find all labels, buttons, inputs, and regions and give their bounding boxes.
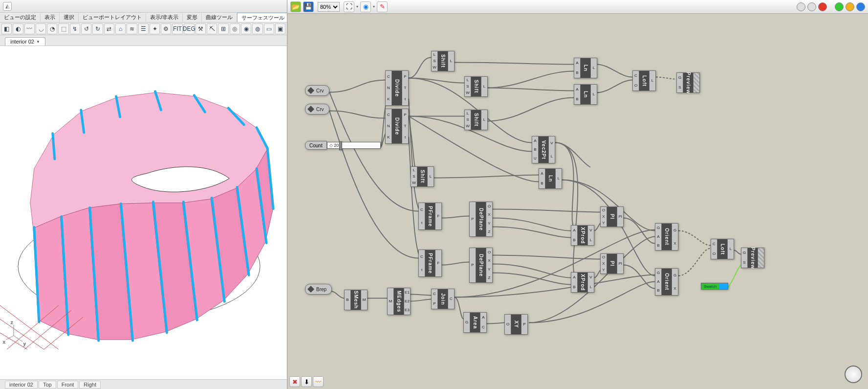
display-mode-button[interactable] bbox=[818, 2, 827, 11]
count-slider[interactable]: Count ◇ 20 bbox=[305, 141, 381, 150]
input-ports[interactable]: AB bbox=[539, 168, 545, 189]
input-ports[interactable]: Ct bbox=[418, 203, 425, 230]
toolbar-button[interactable]: ◉ bbox=[241, 23, 251, 34]
output-ports[interactable]: VL bbox=[587, 272, 594, 293]
menu-item[interactable]: 表示/非表示 bbox=[146, 13, 183, 22]
gh-component-smesh[interactable]: BSMeshM bbox=[344, 290, 368, 310]
output-ports[interactable]: F bbox=[435, 250, 442, 277]
toolbar-button[interactable]: ⚒ bbox=[195, 23, 206, 34]
rhino-viewport[interactable]: z x y bbox=[0, 46, 287, 379]
toolbar-button[interactable]: 〰 bbox=[24, 23, 35, 34]
toolbar-button[interactable]: DEG bbox=[184, 23, 195, 34]
save-file-button[interactable]: 💾 bbox=[303, 1, 314, 12]
input-ports[interactable]: CO bbox=[632, 70, 639, 91]
output-ports[interactable]: M bbox=[361, 290, 368, 310]
input-ports[interactable]: GAB bbox=[655, 223, 662, 251]
output-ports[interactable]: L bbox=[448, 51, 455, 71]
gh-component-shift3[interactable]: LSWShiftL bbox=[464, 110, 488, 130]
gh-component-div2[interactable]: CNKDividePTt bbox=[385, 109, 409, 144]
zoom-select[interactable]: 80% bbox=[318, 2, 340, 12]
gh-component-deplane1[interactable]: PDePlaneOXYZ bbox=[469, 202, 493, 237]
input-ports[interactable]: CNK bbox=[385, 70, 392, 106]
menu-item[interactable]: サーフェスツール bbox=[237, 13, 287, 22]
gh-component-xprod2[interactable]: ABXProdVL bbox=[571, 272, 594, 293]
toolbar-button[interactable]: FIT bbox=[172, 23, 182, 34]
toolbar-button[interactable]: ↯ bbox=[70, 23, 80, 34]
menu-item[interactable]: ビューの設定 bbox=[0, 13, 41, 22]
gh-component-medges[interactable]: MMEdgesE1E2E3 bbox=[387, 288, 411, 315]
gh-component-orient2[interactable]: GABOrientGX bbox=[655, 268, 678, 296]
gh-component-loft2[interactable]: COLoftL bbox=[711, 239, 734, 259]
output-ports[interactable]: L bbox=[481, 110, 488, 130]
gh-component-ln2[interactable]: ABLnL bbox=[574, 84, 597, 105]
gh-component-ln1[interactable]: ABLnL bbox=[574, 58, 597, 78]
scribble-widget-button[interactable]: 〰 bbox=[313, 376, 324, 387]
output-ports[interactable]: L bbox=[555, 168, 562, 189]
toolbar-button[interactable]: ▭ bbox=[264, 23, 274, 34]
input-ports[interactable]: LSW bbox=[431, 51, 438, 71]
input-ports[interactable]: P bbox=[469, 202, 476, 237]
canvas-compass-icon[interactable] bbox=[845, 366, 862, 383]
colour-swatch[interactable]: Swatch bbox=[701, 283, 728, 290]
output-ports[interactable]: VL bbox=[548, 136, 555, 163]
toolbar-button[interactable]: ◐ bbox=[13, 23, 23, 34]
output-ports[interactable]: PTt bbox=[402, 70, 409, 106]
slider-track[interactable]: ◇ 20 bbox=[327, 142, 381, 149]
input-ports[interactable]: OXY bbox=[600, 253, 607, 274]
output-ports[interactable]: L bbox=[649, 70, 656, 91]
input-ports[interactable]: AB bbox=[574, 84, 581, 105]
output-ports[interactable]: GX bbox=[672, 223, 678, 251]
toolbar-button[interactable]: ☰ bbox=[138, 23, 149, 34]
viewport-bottom-tab[interactable]: Top bbox=[39, 381, 56, 389]
display-mode-button[interactable] bbox=[846, 2, 854, 11]
toolbar-button[interactable]: ◔ bbox=[47, 23, 57, 34]
toolbar-button[interactable]: ⚙ bbox=[161, 23, 171, 34]
gh-component-area[interactable]: GAreaAC bbox=[463, 312, 487, 333]
toolbar-button[interactable]: ⊞ bbox=[218, 23, 228, 34]
input-ports[interactable]: Ct bbox=[418, 250, 425, 277]
gh-component-shift2[interactable]: LSWShiftL bbox=[464, 76, 488, 97]
gh-component-ln3[interactable]: ABLnL bbox=[539, 168, 562, 189]
gh-component-div1[interactable]: CNKDividePTt bbox=[385, 70, 409, 106]
gh-param-brep[interactable]: Brep bbox=[305, 284, 332, 295]
toolbar-button[interactable]: ≋ bbox=[127, 23, 137, 34]
gh-component-vec2pt[interactable]: ABUVec2PtVL bbox=[532, 136, 555, 163]
download-widget-button[interactable]: ⬇ bbox=[301, 376, 312, 387]
viewport-bottom-tab[interactable]: interior 02 bbox=[5, 381, 38, 389]
menu-item[interactable]: 表示 bbox=[41, 13, 60, 22]
output-ports[interactable]: Pl bbox=[617, 253, 624, 274]
gh-component-pframe2[interactable]: CtPFrameF bbox=[418, 250, 442, 277]
zoom-extents-button[interactable]: ⛶ bbox=[344, 1, 354, 12]
menu-item[interactable]: 選択 bbox=[60, 13, 79, 22]
toolbar-button[interactable]: ◎ bbox=[230, 23, 240, 34]
output-ports[interactable]: AC bbox=[480, 312, 487, 333]
input-ports[interactable]: G bbox=[463, 312, 470, 333]
gh-param-crv1[interactable]: Crv bbox=[305, 85, 329, 96]
output-ports[interactable]: PTt bbox=[402, 109, 409, 144]
gh-component-shift4[interactable]: LSWShiftL bbox=[411, 166, 434, 187]
toolbar-button[interactable]: ⛏ bbox=[207, 23, 217, 34]
input-ports[interactable]: CP bbox=[431, 289, 438, 309]
gh-canvas[interactable]: CrvCrvBrep Count ◇ 20 CNKDividePTtCNKDiv… bbox=[287, 14, 868, 389]
display-mode-button[interactable] bbox=[807, 2, 816, 11]
input-ports[interactable]: GAB bbox=[655, 268, 662, 296]
input-ports[interactable]: AB bbox=[571, 225, 578, 246]
toolbar-button[interactable]: ⌂ bbox=[115, 23, 126, 34]
output-ports[interactable]: L bbox=[427, 166, 434, 187]
output-ports[interactable]: VL bbox=[587, 225, 594, 246]
gh-component-xy[interactable]: OXYP bbox=[504, 314, 528, 335]
toolbar-button[interactable]: ◡ bbox=[36, 23, 46, 34]
input-ports[interactable]: ABU bbox=[532, 136, 539, 163]
toolbar-button[interactable]: ✦ bbox=[150, 23, 160, 34]
gh-component-join[interactable]: CPJoinC bbox=[431, 289, 455, 309]
menu-item[interactable]: 曲線ツール bbox=[202, 13, 237, 22]
output-ports[interactable]: L bbox=[590, 58, 597, 78]
toolbar-button[interactable]: ⬚ bbox=[58, 23, 68, 34]
input-ports[interactable]: M bbox=[387, 288, 394, 315]
input-ports[interactable]: P bbox=[469, 248, 476, 283]
gh-component-prev1[interactable]: GSPreview bbox=[676, 72, 700, 93]
gh-component-deplane2[interactable]: PDePlaneOXYZ bbox=[469, 248, 493, 283]
viewport-bottom-tab[interactable]: Right bbox=[79, 381, 101, 389]
menu-item[interactable]: ビューポートレイアウト bbox=[79, 13, 146, 22]
input-ports[interactable]: CNK bbox=[385, 109, 392, 144]
